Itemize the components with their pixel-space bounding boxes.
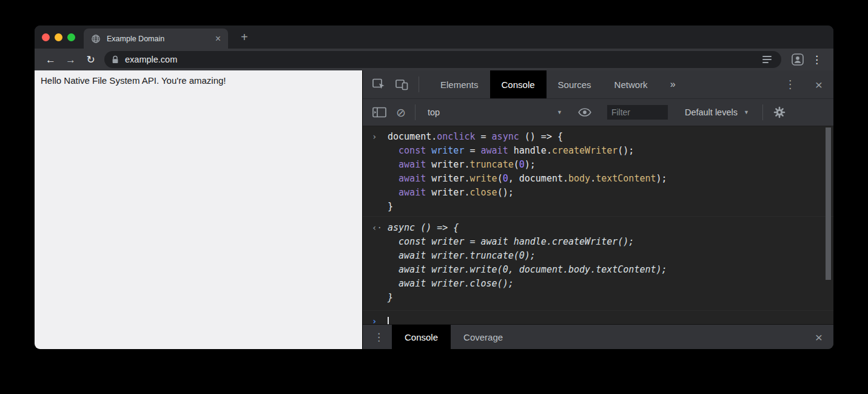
devtools-drawer: ⋮ Console Coverage × xyxy=(363,324,833,349)
device-toolbar-icon[interactable] xyxy=(395,79,408,90)
traffic-light-minimize-button[interactable] xyxy=(55,33,62,41)
code-token: write xyxy=(469,173,497,184)
traffic-light-close-button[interactable] xyxy=(42,33,50,41)
window-content: Hello Native File System API. You're ama… xyxy=(35,70,833,349)
reload-button[interactable]: ↻ xyxy=(81,55,101,65)
browser-menu-icon[interactable]: ⋮ xyxy=(808,55,827,65)
console-scrollbar[interactable] xyxy=(824,127,832,323)
devtools-menu-icon[interactable]: ⋮ xyxy=(782,79,798,90)
code-token: } xyxy=(388,201,393,212)
globe-icon xyxy=(91,34,101,44)
code-token: const xyxy=(399,145,426,156)
tab-elements[interactable]: Elements xyxy=(429,70,490,98)
browser-toolbar: ← → ↻ example.com ⋮ xyxy=(35,49,833,70)
reading-list-icon[interactable] xyxy=(762,56,772,63)
profile-icon[interactable] xyxy=(792,53,804,66)
code-token: (); xyxy=(497,187,514,198)
console-command-entry: ›document.onclick = async () => { const … xyxy=(363,129,833,217)
clear-console-icon[interactable]: ⊘ xyxy=(396,107,406,118)
code-token: handle. xyxy=(508,145,552,156)
code-token xyxy=(388,173,399,184)
address-bar[interactable]: example.com xyxy=(104,51,781,68)
back-button[interactable]: ← xyxy=(41,55,61,65)
code-token: body xyxy=(568,173,590,184)
code-token: truncate xyxy=(469,159,513,170)
code-token: writer. xyxy=(426,173,469,184)
code-token xyxy=(388,145,399,156)
drawer-menu-icon[interactable]: ⋮ xyxy=(374,332,384,342)
code-token: await xyxy=(399,159,426,170)
code-token: = xyxy=(476,131,492,142)
drawer-tab-coverage[interactable]: Coverage xyxy=(451,325,516,349)
chevron-down-icon: ▼ xyxy=(557,109,562,115)
tab-console[interactable]: Console xyxy=(490,70,547,98)
code-token: textContent xyxy=(596,173,656,184)
code-token: . xyxy=(590,173,596,184)
code-line: await writer.truncate(0); xyxy=(388,249,833,263)
lock-icon[interactable] xyxy=(112,55,119,64)
code-token: onclick xyxy=(437,131,475,142)
chevron-down-icon: ▼ xyxy=(744,109,749,115)
console-result-entry: ‹·async () => { const writer = await han… xyxy=(363,217,833,311)
code-token: () => { xyxy=(519,131,563,142)
drawer-close-icon[interactable]: × xyxy=(815,331,823,344)
page-viewport: Hello Native File System API. You're ama… xyxy=(35,70,362,349)
code-token: writer. xyxy=(426,159,469,170)
page-body-text: Hello Native File System API. You're ama… xyxy=(35,70,362,90)
browser-tab[interactable]: Example Domain × xyxy=(84,29,228,49)
new-tab-button[interactable]: + xyxy=(237,31,252,43)
result-arrow-icon: ‹· xyxy=(363,221,388,305)
tab-close-icon[interactable]: × xyxy=(213,34,223,44)
code-token xyxy=(388,187,399,198)
code-token: document. xyxy=(388,131,437,142)
devtools-close-icon[interactable]: × xyxy=(815,78,823,91)
code-token: (); xyxy=(617,145,634,156)
code-token: await xyxy=(399,187,426,198)
forward-button[interactable]: → xyxy=(61,55,81,65)
window-controls xyxy=(35,33,84,41)
code-line: } xyxy=(388,291,833,305)
code-token: , document. xyxy=(508,173,568,184)
code-token: writer xyxy=(431,145,464,156)
code-token: ); xyxy=(656,173,667,184)
code-line: await writer.truncate(0); xyxy=(388,158,833,172)
settings-gear-icon[interactable] xyxy=(773,106,786,118)
tab-sources[interactable]: Sources xyxy=(547,70,603,98)
drawer-tab-console[interactable]: Console xyxy=(392,325,451,349)
code-line: await writer.close(); xyxy=(388,277,833,291)
code-token: ( xyxy=(514,159,519,170)
inspect-element-icon[interactable] xyxy=(372,78,386,90)
filter-input[interactable] xyxy=(607,105,668,120)
more-tabs-icon[interactable]: » xyxy=(659,70,687,98)
console-sidebar-icon[interactable] xyxy=(372,107,386,118)
console-prompt[interactable]: › xyxy=(363,311,833,324)
context-select[interactable]: top ▼ xyxy=(428,107,562,117)
code-token: createWriter xyxy=(552,145,617,156)
result-code: async () => { const writer = await handl… xyxy=(388,221,833,305)
code-token: await xyxy=(399,173,426,184)
code-line: } xyxy=(388,200,833,214)
toolbar-divider xyxy=(419,76,419,92)
code-token: close xyxy=(469,187,497,198)
code-token xyxy=(388,159,399,170)
code-token: 0 xyxy=(503,173,508,184)
prompt-chevron-icon: › xyxy=(363,314,388,324)
code-token: 0 xyxy=(519,159,525,170)
browser-window: Example Domain × + ← → ↻ example.com ⋮ H… xyxy=(35,25,833,349)
command-chevron-icon: › xyxy=(363,130,388,214)
traffic-light-zoom-button[interactable] xyxy=(67,33,75,41)
tab-network[interactable]: Network xyxy=(603,70,659,98)
code-line: async () => { xyxy=(388,221,833,235)
devtools-panel: Elements Console Sources Network » ⋮ × ⊘… xyxy=(362,70,833,349)
code-line: const writer = await handle.createWriter… xyxy=(388,144,833,158)
scrollbar-thumb[interactable] xyxy=(826,127,831,280)
log-levels-value: Default levels xyxy=(685,107,738,117)
tab-title: Example Domain xyxy=(107,35,213,43)
code-line: const writer = await handle.createWriter… xyxy=(388,235,833,249)
log-levels-select[interactable]: Default levels ▼ xyxy=(685,107,749,117)
console-toolbar: ⊘ top ▼ Default levels ▼ xyxy=(363,99,833,126)
text-cursor xyxy=(388,317,389,325)
code-token: async xyxy=(492,131,519,142)
code-line: await writer.write(0, document.body.text… xyxy=(388,263,833,277)
live-expression-eye-icon[interactable] xyxy=(578,107,591,117)
